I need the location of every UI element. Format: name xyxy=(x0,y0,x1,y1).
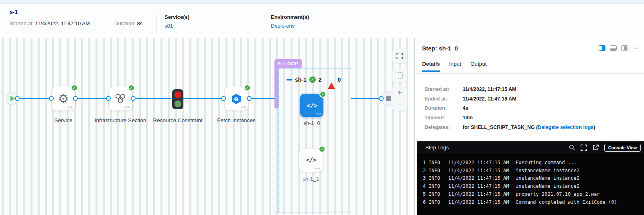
zoom-out-button[interactable]: − xyxy=(397,101,402,109)
loop-icon: ↻ xyxy=(278,61,282,67)
log-line: 2INFO11/4/2022 11:47:15 AMinstanceName i… xyxy=(423,167,644,175)
zoom-in-button[interactable]: + xyxy=(397,88,402,96)
success-badge-icon: ✓ xyxy=(319,91,326,98)
success-badge-icon: ✓ xyxy=(71,84,78,91)
detail-label: Timeout: xyxy=(425,115,463,121)
shell-script-icon: </> xyxy=(307,102,317,109)
shell-script-icon: </> xyxy=(306,157,316,164)
port[interactable] xyxy=(247,96,252,101)
step-details-list: Started at: 11/4/2022, 11:47:15 AM Ended… xyxy=(425,84,595,132)
panel-splitter[interactable] xyxy=(414,38,415,215)
top-accent-strip xyxy=(0,0,644,4)
detail-row-ended: Ended at: 11/4/2022, 11:47:18 AM xyxy=(425,94,595,104)
code-mark-icon: </> xyxy=(67,106,73,109)
log-line: 6INFO11/4/2022 11:47:15 AMCommand comple… xyxy=(423,199,644,207)
split-view-icon[interactable] xyxy=(599,45,605,51)
pipeline-canvas[interactable]: ⚙ </> ✓ Service </> ✓ Infrastructure Sec… xyxy=(0,38,411,215)
step-logs-title: Step Logs xyxy=(425,145,449,151)
search-icon[interactable] xyxy=(569,145,575,151)
expand-logs-icon[interactable] xyxy=(581,145,587,151)
node-resource-constraint[interactable] xyxy=(172,89,183,109)
node-sh-1-0[interactable]: </> </> ✓ xyxy=(300,94,323,117)
gear-icon: ⚙ xyxy=(58,93,69,105)
detail-value: 10m xyxy=(463,115,473,121)
detail-label: Delegates: xyxy=(425,125,463,130)
success-badge-icon: ✓ xyxy=(319,146,325,153)
hexagons-icon xyxy=(114,93,126,104)
step-tabs: Details Input Output xyxy=(422,61,487,72)
collapse-icon[interactable] xyxy=(286,79,292,80)
failed-count: 0 xyxy=(338,76,341,83)
log-line: 4INFO11/4/2022 11:47:15 AMinstanceName i… xyxy=(423,183,644,191)
play-icon xyxy=(10,96,15,101)
success-count: 2 xyxy=(319,76,322,83)
count-divider xyxy=(325,77,325,83)
node-sh-1-1[interactable]: </> </> ✓ xyxy=(299,149,323,172)
delegates-text: for SHELL_SCRIPT_TASK_NG ( xyxy=(463,125,538,130)
console-view-button[interactable]: Console View xyxy=(604,144,641,152)
started-at-value: 11/4/2022, 11:47:10 AM xyxy=(35,20,90,26)
edge-infra-resource xyxy=(132,98,171,99)
tab-input[interactable]: Input xyxy=(449,61,461,72)
detail-value: for SHELL_SCRIPT_TASK_NG (Delegate selec… xyxy=(463,125,595,130)
detail-value: 4s xyxy=(463,105,468,111)
port[interactable] xyxy=(49,96,54,101)
bottom-view-icon[interactable] xyxy=(610,45,617,51)
fullscreen-icon xyxy=(396,53,403,59)
port[interactable] xyxy=(131,96,136,101)
right-view-icon[interactable] xyxy=(621,45,628,51)
code-mark-icon: </> xyxy=(315,167,320,170)
open-in-new-icon[interactable] xyxy=(593,145,599,151)
traffic-green-light-icon xyxy=(175,100,181,107)
started-at: Started at: 11/4/2022, 11:47:10 AM xyxy=(10,20,90,26)
port[interactable] xyxy=(15,96,20,101)
step-logs-console: Step Logs Console View xyxy=(417,141,644,215)
edge-fetch-loop xyxy=(248,98,278,99)
loop-group-boundary[interactable] xyxy=(278,68,351,213)
zoom-controls: + − xyxy=(392,86,407,111)
tab-output[interactable]: Output xyxy=(470,61,487,72)
loop-group-header: sh-1 ✓ 2 ! 0 xyxy=(286,76,341,83)
success-badge-icon: ✓ xyxy=(128,84,135,91)
port[interactable] xyxy=(106,96,111,101)
step-logs-header: Step Logs Console View xyxy=(417,141,644,154)
log-lines[interactable]: 1INFO11/4/2022 11:47:15 AMExecuting comm… xyxy=(423,159,644,206)
delegates-text: ) xyxy=(593,125,595,130)
node-fetch-instances[interactable]: e </> ✓ xyxy=(225,87,248,111)
detail-label: Started at: xyxy=(425,86,463,92)
duration-label: Duration: xyxy=(114,20,136,26)
duration-value: 8s xyxy=(137,20,142,26)
success-badge-icon: ✓ xyxy=(244,84,251,91)
success-count-icon: ✓ xyxy=(309,76,316,83)
log-line: 1INFO11/4/2022 11:47:15 AMExecuting comm… xyxy=(423,159,644,167)
pipeline-execution-view: s-1 Started at: 11/4/2022, 11:47:10 AM D… xyxy=(0,0,644,215)
failed-count-icon: ! xyxy=(328,76,335,83)
port[interactable] xyxy=(221,96,226,101)
step-logs-actions: Console View xyxy=(569,144,641,152)
code-mark-icon: </> xyxy=(124,106,130,109)
service-link[interactable]: s01 xyxy=(165,23,173,29)
edge-start-service xyxy=(14,98,51,99)
log-line: 3INFO11/4/2022 11:47:15 AMinstanceName i… xyxy=(423,175,644,183)
services-label: Service(s) xyxy=(165,14,189,20)
tab-details[interactable]: Details xyxy=(422,61,440,72)
detail-label: Duration: xyxy=(425,105,463,111)
port[interactable] xyxy=(379,96,384,101)
harness-cd-icon: e xyxy=(230,93,242,105)
fit-to-screen-button[interactable] xyxy=(392,49,407,63)
port[interactable] xyxy=(73,96,78,101)
node-service[interactable]: ⚙ </> ✓ xyxy=(52,87,75,111)
minimize-panel-icon[interactable] xyxy=(634,48,639,48)
loop-group-name: sh-1 xyxy=(295,76,307,83)
node-infrastructure[interactable]: </> ✓ xyxy=(109,87,132,111)
step-panel-title: Step: sh-1_0 xyxy=(422,45,458,52)
edge-resource-fetch xyxy=(183,98,223,99)
stop-icon xyxy=(386,96,391,101)
delegate-selection-logs-link[interactable]: Delegate selection logs xyxy=(538,125,593,130)
detail-label: Ended at: xyxy=(425,96,463,102)
environment-link[interactable]: Deplo-env xyxy=(271,23,295,29)
marquee-select-button[interactable] xyxy=(392,68,407,82)
detail-row-started: Started at: 11/4/2022, 11:47:15 AM xyxy=(425,84,595,94)
node-label: Service xyxy=(33,117,93,125)
detail-value: 11/4/2022, 11:47:18 AM xyxy=(463,96,516,102)
